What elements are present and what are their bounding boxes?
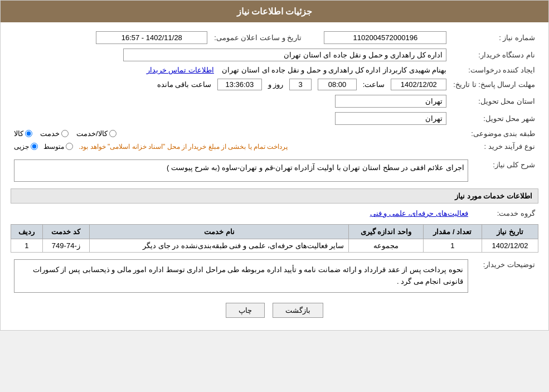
mohlat-label: مهلت ارسال پاسخ: تا تاریخ: — [450, 76, 538, 93]
cell-radif: 1 — [11, 239, 43, 253]
shomareNiaz-label: شماره نیاز : — [450, 29, 538, 46]
tabaqe-label: طبقه بندی موضوعی: — [450, 127, 538, 140]
col-vahed: واحد اندازه گیری — [349, 225, 423, 239]
tarikh-value: 1402/11/28 - 16:57 — [96, 31, 207, 44]
table-row: 1402/12/02 1 مجموعه سایر فعالیت‌های حرفه… — [11, 239, 538, 253]
noeFarayand-label: نوع فرآیند خرید : — [450, 140, 538, 153]
shahr-label: شهر محل تحویل: — [450, 110, 538, 127]
cell-kod: ز-74-749 — [42, 239, 89, 253]
page-title: جزئیات اطلاعات نیاز — [1, 1, 548, 22]
tozi-label: توضیحات خریدار: — [472, 257, 538, 295]
sharhKoli-value: اجرای علائم افقی در سطح استان تهران با ا… — [14, 159, 468, 182]
cell-tedad: 1 — [423, 239, 482, 253]
tabaqe-khedmat-option[interactable]: خدمت — [40, 129, 69, 138]
services-table: تاریخ نیاز تعداد / مقدار واحد اندازه گیر… — [11, 224, 538, 253]
groheKhedmat-value[interactable]: فعالیت‌های حرفه‌ای، علمی و فنی — [370, 209, 468, 217]
mohlat-saat-label: ساعت: — [363, 80, 385, 89]
farayand-motavasset-option[interactable]: متوسط — [43, 143, 73, 151]
namDastgah-value: اداره کل راهداری و حمل و نقل جاده ای است… — [123, 49, 446, 61]
shahr-value: تهران — [335, 112, 446, 125]
tabaqe-khedmat-label: خدمت — [40, 129, 60, 138]
ijadKonande-value: بهنام شهیدی کاربرداز اداره کل راهداری و … — [222, 66, 446, 74]
khedamat-title: اطلاعات خدمات مورد نیاز — [11, 188, 538, 204]
tabaqe-kala-khedmat-label: کالا/خدمت — [76, 129, 108, 138]
btn-back[interactable]: بازگشت — [273, 303, 323, 318]
mohlat-saat: 08:00 — [318, 79, 357, 90]
tabaqe-kala-label: کالا — [14, 129, 23, 138]
tozi-value: نحوه پرداخت پس از عقد قرارداد و ارائه ضم… — [14, 259, 468, 293]
mohlat-roz-label: روز و — [268, 80, 284, 89]
tabaqe-kala-khedmat-option[interactable]: کالا/خدمت — [76, 129, 116, 138]
farayand-note: پرداخت تمام یا بخشی از مبلغ خریدار از مح… — [79, 143, 288, 151]
ijadKonande-label: ایجاد کننده درخواست: — [450, 64, 538, 76]
tarikh-label: تاریخ و ساعت اعلان عمومی: — [211, 29, 305, 46]
col-nam: نام خدمت — [89, 225, 348, 239]
farayand-motavasset-label: متوسط — [43, 143, 64, 151]
namDastgah-label: نام دستگاه خریدار: — [450, 46, 538, 64]
btn-print[interactable]: چاپ — [226, 303, 265, 318]
ostan-value: تهران — [335, 95, 446, 108]
col-tarikh: تاریخ نیاز — [482, 225, 538, 239]
ostan-label: استان محل تحویل: — [450, 93, 538, 110]
mohlat-roz: 3 — [289, 79, 312, 90]
farayand-jozi-label: جزیی — [14, 143, 29, 151]
farayand-jozi-option[interactable]: جزیی — [14, 143, 38, 151]
button-row: بازگشت چاپ — [11, 303, 538, 318]
groheKhedmat-label: گروه خدمت: — [472, 207, 538, 220]
col-radif: ردیف — [11, 225, 43, 239]
sharhKoli-label: شرح کلی نیاز: — [472, 157, 538, 184]
cell-nam: سایر فعالیت‌های حرفه‌ای، علمی و فنی طبقه… — [89, 239, 348, 253]
cell-tarikh: 1402/12/02 — [482, 239, 538, 253]
mohlat-date: 1402/12/02 — [391, 79, 446, 90]
mohlat-mande-label: ساعت باقی مانده — [157, 80, 211, 89]
shomareNiaz-value: 1102004572000196 — [324, 31, 446, 44]
cell-vahed: مجموعه — [349, 239, 423, 253]
col-kod: کد خدمت — [42, 225, 89, 239]
mohlat-mande: 13:36:03 — [217, 79, 262, 90]
etelaatTamas-link[interactable]: اطلاعات تماس خریدار — [147, 66, 214, 74]
col-tedad: تعداد / مقدار — [423, 225, 482, 239]
tabaqe-kala-option[interactable]: کالا — [14, 129, 32, 138]
